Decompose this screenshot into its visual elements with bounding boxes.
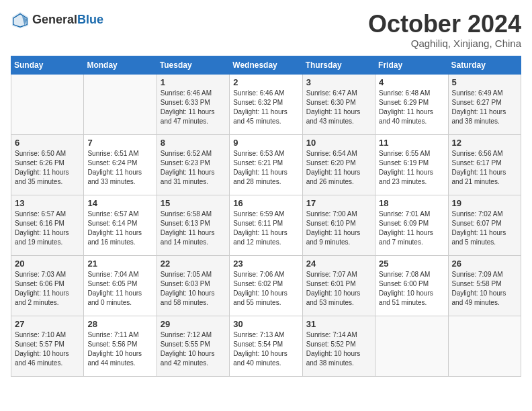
calendar-cell: 5Sunrise: 6:49 AMSunset: 6:27 PMDaylight… bbox=[448, 74, 521, 134]
week-row-5: 27Sunrise: 7:10 AMSunset: 5:57 PMDayligh… bbox=[11, 316, 521, 376]
day-number: 4 bbox=[379, 77, 444, 87]
day-info: Sunrise: 6:52 AMSunset: 6:23 PMDaylight:… bbox=[161, 149, 226, 187]
calendar-table: SundayMondayTuesdayWednesdayThursdayFrid… bbox=[11, 56, 521, 377]
week-row-4: 20Sunrise: 7:03 AMSunset: 6:06 PMDayligh… bbox=[11, 255, 521, 316]
day-info: Sunrise: 7:01 AMSunset: 6:09 PMDaylight:… bbox=[379, 210, 444, 247]
day-number: 12 bbox=[452, 138, 517, 148]
calendar-cell: 10Sunrise: 6:54 AMSunset: 6:20 PMDayligh… bbox=[302, 134, 375, 195]
day-number: 19 bbox=[452, 198, 517, 208]
logo: GeneralBlue bbox=[11, 11, 103, 30]
calendar-cell: 23Sunrise: 7:06 AMSunset: 6:02 PMDayligh… bbox=[230, 255, 302, 316]
calendar-cell: 30Sunrise: 7:13 AMSunset: 5:54 PMDayligh… bbox=[230, 316, 302, 376]
weekday-header-wednesday: Wednesday bbox=[230, 56, 302, 74]
day-number: 25 bbox=[379, 259, 444, 269]
day-info: Sunrise: 7:14 AMSunset: 5:52 PMDaylight:… bbox=[306, 330, 371, 368]
day-number: 24 bbox=[306, 259, 371, 269]
weekday-header-monday: Monday bbox=[84, 56, 157, 74]
calendar-cell: 25Sunrise: 7:08 AMSunset: 6:00 PMDayligh… bbox=[375, 255, 448, 316]
day-info: Sunrise: 6:50 AMSunset: 6:26 PMDaylight:… bbox=[15, 149, 80, 187]
day-number: 22 bbox=[161, 259, 226, 269]
title-block: October 2024 Qaghiliq, Xinjiang, China bbox=[368, 11, 521, 49]
calendar-cell: 7Sunrise: 6:51 AMSunset: 6:24 PMDaylight… bbox=[84, 134, 157, 195]
day-info: Sunrise: 6:57 AMSunset: 6:16 PMDaylight:… bbox=[15, 210, 80, 247]
calendar-cell: 4Sunrise: 6:48 AMSunset: 6:29 PMDaylight… bbox=[375, 74, 448, 134]
day-number: 10 bbox=[306, 138, 371, 148]
day-info: Sunrise: 7:12 AMSunset: 5:55 PMDaylight:… bbox=[161, 330, 226, 368]
day-info: Sunrise: 7:10 AMSunset: 5:57 PMDaylight:… bbox=[15, 330, 80, 368]
day-info: Sunrise: 7:03 AMSunset: 6:06 PMDaylight:… bbox=[15, 270, 80, 308]
day-info: Sunrise: 7:11 AMSunset: 5:56 PMDaylight:… bbox=[87, 330, 152, 368]
day-number: 8 bbox=[161, 138, 226, 148]
day-number: 16 bbox=[233, 198, 298, 208]
location-subtitle: Qaghiliq, Xinjiang, China bbox=[368, 38, 521, 49]
day-number: 30 bbox=[233, 319, 298, 329]
day-info: Sunrise: 6:54 AMSunset: 6:20 PMDaylight:… bbox=[306, 149, 371, 187]
calendar-cell bbox=[11, 74, 84, 134]
logo-icon bbox=[11, 11, 30, 30]
day-info: Sunrise: 6:56 AMSunset: 6:17 PMDaylight:… bbox=[452, 149, 517, 187]
day-info: Sunrise: 7:09 AMSunset: 5:58 PMDaylight:… bbox=[452, 270, 517, 308]
weekday-header-thursday: Thursday bbox=[302, 56, 375, 74]
calendar-cell bbox=[84, 74, 157, 134]
day-info: Sunrise: 6:59 AMSunset: 6:11 PMDaylight:… bbox=[233, 210, 298, 247]
day-number: 21 bbox=[87, 259, 152, 269]
day-info: Sunrise: 6:53 AMSunset: 6:21 PMDaylight:… bbox=[233, 149, 298, 187]
calendar-cell: 29Sunrise: 7:12 AMSunset: 5:55 PMDayligh… bbox=[157, 316, 229, 376]
weekday-header-saturday: Saturday bbox=[448, 56, 521, 74]
day-number: 2 bbox=[233, 77, 298, 87]
weekday-header-tuesday: Tuesday bbox=[157, 56, 229, 74]
day-number: 11 bbox=[379, 138, 444, 148]
calendar-cell: 16Sunrise: 6:59 AMSunset: 6:11 PMDayligh… bbox=[230, 195, 302, 255]
weekday-header-friday: Friday bbox=[375, 56, 448, 74]
day-info: Sunrise: 6:48 AMSunset: 6:29 PMDaylight:… bbox=[379, 89, 444, 126]
day-number: 14 bbox=[87, 198, 152, 208]
day-number: 7 bbox=[87, 138, 152, 148]
day-number: 28 bbox=[87, 319, 152, 329]
calendar-cell: 19Sunrise: 7:02 AMSunset: 6:07 PMDayligh… bbox=[448, 195, 521, 255]
calendar-cell: 26Sunrise: 7:09 AMSunset: 5:58 PMDayligh… bbox=[448, 255, 521, 316]
day-number: 26 bbox=[452, 259, 517, 269]
day-info: Sunrise: 7:04 AMSunset: 6:05 PMDaylight:… bbox=[87, 270, 152, 308]
day-number: 1 bbox=[161, 77, 226, 87]
day-number: 17 bbox=[306, 198, 371, 208]
day-number: 13 bbox=[15, 198, 80, 208]
day-info: Sunrise: 6:49 AMSunset: 6:27 PMDaylight:… bbox=[452, 89, 517, 126]
weekday-header-row: SundayMondayTuesdayWednesdayThursdayFrid… bbox=[11, 56, 521, 74]
day-number: 20 bbox=[15, 259, 80, 269]
day-info: Sunrise: 7:13 AMSunset: 5:54 PMDaylight:… bbox=[233, 330, 298, 368]
calendar-cell: 3Sunrise: 6:47 AMSunset: 6:30 PMDaylight… bbox=[302, 74, 375, 134]
day-number: 3 bbox=[306, 77, 371, 87]
day-number: 23 bbox=[233, 259, 298, 269]
weekday-header-sunday: Sunday bbox=[11, 56, 84, 74]
calendar-cell: 8Sunrise: 6:52 AMSunset: 6:23 PMDaylight… bbox=[157, 134, 229, 195]
day-number: 27 bbox=[15, 319, 80, 329]
day-info: Sunrise: 7:00 AMSunset: 6:10 PMDaylight:… bbox=[306, 210, 371, 247]
day-info: Sunrise: 6:58 AMSunset: 6:13 PMDaylight:… bbox=[161, 210, 226, 247]
calendar-cell: 22Sunrise: 7:05 AMSunset: 6:03 PMDayligh… bbox=[157, 255, 229, 316]
week-row-1: 1Sunrise: 6:46 AMSunset: 6:33 PMDaylight… bbox=[11, 74, 521, 134]
day-number: 18 bbox=[379, 198, 444, 208]
calendar-cell: 28Sunrise: 7:11 AMSunset: 5:56 PMDayligh… bbox=[84, 316, 157, 376]
day-info: Sunrise: 7:06 AMSunset: 6:02 PMDaylight:… bbox=[233, 270, 298, 308]
calendar-cell: 2Sunrise: 6:46 AMSunset: 6:32 PMDaylight… bbox=[230, 74, 302, 134]
day-info: Sunrise: 6:46 AMSunset: 6:32 PMDaylight:… bbox=[233, 89, 298, 126]
calendar-cell: 18Sunrise: 7:01 AMSunset: 6:09 PMDayligh… bbox=[375, 195, 448, 255]
day-info: Sunrise: 7:07 AMSunset: 6:01 PMDaylight:… bbox=[306, 270, 371, 308]
day-info: Sunrise: 6:57 AMSunset: 6:14 PMDaylight:… bbox=[87, 210, 152, 247]
calendar-cell: 15Sunrise: 6:58 AMSunset: 6:13 PMDayligh… bbox=[157, 195, 229, 255]
calendar-cell: 31Sunrise: 7:14 AMSunset: 5:52 PMDayligh… bbox=[302, 316, 375, 376]
day-number: 9 bbox=[233, 138, 298, 148]
day-number: 31 bbox=[306, 319, 371, 329]
week-row-3: 13Sunrise: 6:57 AMSunset: 6:16 PMDayligh… bbox=[11, 195, 521, 255]
day-number: 29 bbox=[161, 319, 226, 329]
day-number: 6 bbox=[15, 138, 80, 148]
calendar-cell: 9Sunrise: 6:53 AMSunset: 6:21 PMDaylight… bbox=[230, 134, 302, 195]
calendar-cell: 20Sunrise: 7:03 AMSunset: 6:06 PMDayligh… bbox=[11, 255, 84, 316]
calendar-cell bbox=[375, 316, 448, 376]
calendar-cell: 1Sunrise: 6:46 AMSunset: 6:33 PMDaylight… bbox=[157, 74, 229, 134]
calendar-cell bbox=[448, 316, 521, 376]
day-info: Sunrise: 7:02 AMSunset: 6:07 PMDaylight:… bbox=[452, 210, 517, 247]
calendar-cell: 6Sunrise: 6:50 AMSunset: 6:26 PMDaylight… bbox=[11, 134, 84, 195]
day-info: Sunrise: 6:55 AMSunset: 6:19 PMDaylight:… bbox=[379, 149, 444, 187]
day-info: Sunrise: 6:46 AMSunset: 6:33 PMDaylight:… bbox=[161, 89, 226, 126]
